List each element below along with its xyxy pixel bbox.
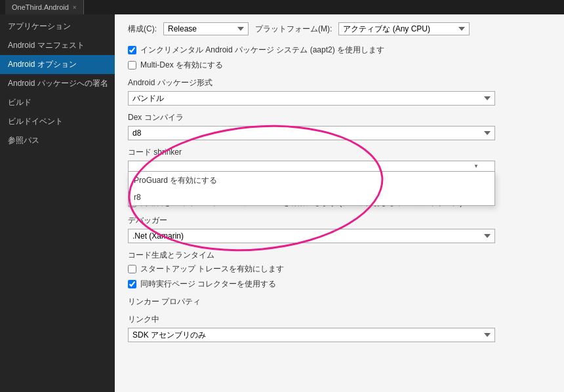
sidebar-item-android-signing[interactable]: Android パッケージへの署名: [0, 74, 115, 93]
title-bar: OneThird.Android ×: [0, 0, 564, 14]
sidebar-item-android-manifest[interactable]: Android マニフェスト: [0, 36, 115, 55]
multidex-checkbox[interactable]: [128, 61, 136, 69]
debugger-select[interactable]: .Net (Xamarin): [128, 229, 495, 243]
package-format-select[interactable]: バンドル: [128, 91, 495, 106]
code-shrinker-label: コード shrinker: [128, 147, 551, 158]
sidebar-item-build[interactable]: ビルド: [0, 93, 115, 112]
code-shrinker-list: ProGuard を有効にする r8: [128, 172, 495, 206]
dex-compiler-select[interactable]: d8: [128, 126, 495, 140]
concurrent-gc-row: 同時実行ページ コレクターを使用する: [128, 279, 551, 290]
dex-compiler-label: Dex コンパイラ: [128, 112, 551, 123]
linker-section-label: リンカー プロパティ: [128, 296, 551, 307]
config-select[interactable]: Release: [163, 22, 249, 35]
codegen-label: コード生成とランタイム: [128, 250, 551, 261]
content-area: 構成(C): Release プラットフォーム(M): アクティブな (Any …: [115, 14, 564, 392]
config-label: 構成(C):: [128, 24, 157, 35]
sidebar: アプリケーション Android マニフェスト Android オプション An…: [0, 14, 115, 392]
code-shrinker-option-proguard[interactable]: ProGuard を有効にする: [129, 172, 494, 189]
sidebar-item-app[interactable]: アプリケーション: [0, 17, 115, 36]
sidebar-item-reference-path[interactable]: 参照パス: [0, 131, 115, 150]
tab-label: OneThird.Android: [12, 3, 69, 11]
link-select[interactable]: SDK アセンブリのみ: [128, 328, 495, 342]
config-bar: 構成(C): Release プラットフォーム(M): アクティブな (Any …: [128, 22, 551, 35]
code-shrinker-dropdown[interactable]: ProGuard を有効にする r8: [128, 161, 495, 172]
concurrent-gc-label: 同時実行ページ コレクターを使用する: [140, 279, 276, 290]
incremental-label: インクリメンタル Android パッケージ システム (aapt2) を使用し…: [140, 45, 384, 56]
tab-strip: OneThird.Android ×: [5, 0, 84, 14]
multidex-option-row: Multi-Dex を有効にする: [128, 60, 551, 71]
tab-onethird-android[interactable]: OneThird.Android ×: [5, 0, 84, 14]
startup-trace-label: スタートアップ トレースを有効にします: [140, 264, 284, 275]
code-shrinker-trigger[interactable]: [128, 161, 495, 172]
concurrent-gc-checkbox[interactable]: [128, 280, 136, 288]
code-shrinker-option-r8[interactable]: r8: [129, 189, 494, 205]
package-format-label: Android パッケージ形式: [128, 77, 551, 88]
platform-label: プラットフォーム(M):: [255, 24, 332, 35]
startup-trace-checkbox[interactable]: [128, 265, 136, 273]
sidebar-item-android-options[interactable]: Android オプション: [0, 55, 115, 74]
main-layout: アプリケーション Android マニフェスト Android オプション An…: [0, 14, 564, 392]
debugger-label: デバッガー: [128, 215, 551, 226]
incremental-checkbox[interactable]: [128, 46, 136, 54]
close-tab-button[interactable]: ×: [73, 4, 77, 11]
link-label: リンク中: [128, 314, 551, 325]
multidex-label: Multi-Dex を有効にする: [140, 60, 223, 71]
platform-select[interactable]: アクティブな (Any CPU): [338, 22, 470, 35]
incremental-option-row: インクリメンタル Android パッケージ システム (aapt2) を使用し…: [128, 45, 551, 56]
sidebar-item-build-event[interactable]: ビルドイベント: [0, 112, 115, 131]
startup-trace-row: スタートアップ トレースを有効にします: [128, 264, 551, 275]
